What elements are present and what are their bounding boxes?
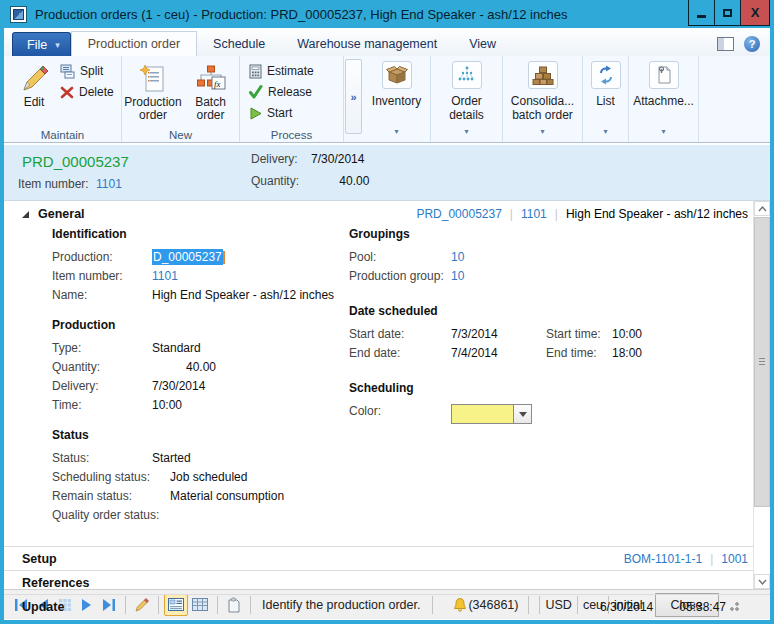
pencil-icon: [19, 62, 49, 96]
close-window-button[interactable]: X: [740, 0, 770, 26]
group-groupings: Groupings Pool: 10 Production group: 10: [349, 227, 746, 286]
maximize-icon: [723, 9, 732, 17]
end-time-label: End time:: [546, 344, 612, 363]
start-date-label: Start date:: [349, 325, 451, 344]
group-label-new: New: [122, 129, 239, 141]
scroll-down-icon[interactable]: [754, 574, 770, 589]
end-time-field[interactable]: 18:00: [612, 344, 707, 363]
group-label-process: Process: [240, 129, 343, 141]
fasttab-general-title: General: [38, 207, 85, 221]
maximize-button[interactable]: [714, 0, 741, 26]
fasttab-setup-header[interactable]: Setup BOM-1101-1-1 | 1001: [4, 546, 770, 570]
scheduling-status-field: Job scheduled: [170, 468, 247, 487]
end-date-field[interactable]: 7/4/2014: [451, 344, 546, 363]
production-orders-window: Production orders (1 - ceu) - Production…: [0, 0, 774, 624]
ribbon-tab-bar: File ▾ Production order Schedule Warehou…: [4, 28, 770, 56]
time-field[interactable]: 10:00: [152, 396, 182, 415]
color-field: [451, 404, 513, 424]
delete-button[interactable]: Delete: [60, 83, 114, 101]
ribbon-group-new: Production order fx Batch order New: [122, 56, 240, 142]
group-date-scheduled: Date scheduled Start date: 7/3/2014 Star…: [349, 304, 746, 363]
attachment-document-icon: [654, 65, 674, 85]
group-production-title: Production: [52, 318, 349, 332]
status-label: Status:: [52, 449, 152, 468]
delivery-field[interactable]: 7/30/2014: [152, 377, 205, 396]
green-check-icon: [248, 84, 264, 100]
remain-status-field: Material consumption: [170, 487, 284, 506]
quantity-field[interactable]: 40.00: [152, 358, 216, 377]
release-button[interactable]: Release: [248, 83, 339, 101]
quality-order-status-label: Quality order status:: [52, 506, 182, 525]
help-icon[interactable]: ?: [744, 36, 760, 52]
text-caret: [223, 251, 225, 264]
group-scheduling: Scheduling Color:: [349, 381, 746, 424]
form-content: General PRD_00005237 | 1101 | High End S…: [4, 200, 770, 589]
fasttab-references-header[interactable]: References: [4, 570, 770, 594]
color-label: Color:: [349, 402, 451, 424]
production-group-field[interactable]: 10: [451, 267, 464, 286]
split-button[interactable]: Split: [60, 62, 114, 80]
tab-view[interactable]: View: [453, 31, 512, 56]
summary-production-link[interactable]: PRD_00005237: [416, 207, 501, 221]
edit-button[interactable]: Edit: [8, 60, 60, 126]
consolidated-batch-order-icon: [532, 65, 554, 85]
collapse-triangle-icon: [22, 211, 29, 218]
batch-order-icon: fx: [195, 62, 227, 96]
minimize-button[interactable]: [688, 0, 715, 26]
scroll-up-icon[interactable]: [754, 201, 770, 216]
record-id: PRD_00005237: [22, 153, 129, 170]
list-button[interactable]: List ▾: [583, 56, 629, 142]
item-number-link[interactable]: 1101: [96, 177, 122, 191]
window-layout-icon[interactable]: [717, 37, 734, 51]
start-time-label: Start time:: [546, 325, 612, 344]
summary-item-link[interactable]: 1101: [521, 207, 547, 221]
combo-dropdown-button[interactable]: [513, 404, 532, 424]
setup-bom-link[interactable]: BOM-1101-1-1: [624, 552, 702, 566]
consolidated-batch-order-button[interactable]: Consolida... batch order ▾: [503, 56, 583, 142]
group-label-maintain: Maintain: [4, 129, 121, 141]
fasttab-general-body: Identification Production: D_00005237 It…: [4, 223, 770, 546]
time-label: Time:: [52, 396, 152, 415]
remain-status-label: Remain status:: [52, 487, 170, 506]
delivery-label: Delivery:: [251, 152, 298, 166]
type-field[interactable]: Standard: [152, 339, 201, 358]
fasttab-general-header[interactable]: General PRD_00005237 | 1101 | High End S…: [4, 201, 770, 223]
production-label: Production:: [52, 248, 152, 267]
calculator-icon: [248, 64, 263, 79]
order-details-button[interactable]: Order details ▾: [431, 56, 503, 142]
start-date-field[interactable]: 7/3/2014: [451, 325, 546, 344]
file-menu-button[interactable]: File ▾: [12, 32, 71, 56]
new-production-order-icon: [138, 62, 168, 96]
scrollbar-thumb[interactable]: [754, 217, 770, 507]
name-field[interactable]: High End Speaker - ash/12 inches: [152, 286, 334, 305]
start-button[interactable]: Start: [248, 104, 339, 122]
item-number-field[interactable]: 1101: [152, 267, 178, 286]
delete-x-icon: [60, 85, 75, 100]
status-field: Started: [152, 449, 191, 468]
pool-field[interactable]: 10: [451, 248, 464, 267]
attachments-button[interactable]: Attachme... ▾: [629, 56, 699, 142]
vertical-scrollbar[interactable]: [753, 201, 770, 589]
production-order-button[interactable]: Production order: [126, 60, 180, 126]
tab-schedule[interactable]: Schedule: [197, 31, 281, 56]
estimate-button[interactable]: Estimate: [248, 62, 339, 80]
color-combobox[interactable]: [451, 404, 532, 424]
setup-route-link[interactable]: 1001: [721, 552, 748, 566]
start-time-field[interactable]: 10:00: [612, 325, 707, 344]
batch-order-button[interactable]: fx Batch order: [186, 60, 235, 126]
item-number-label: Item number:: [18, 177, 89, 191]
chevron-down-icon: ▾: [629, 125, 698, 139]
chevron-down-icon: ▾: [55, 40, 60, 50]
fasttab-update-header[interactable]: Update 6/30/2014 05:38:47: [4, 594, 770, 618]
quantity-value: 40.00: [312, 174, 369, 188]
tab-warehouse-management[interactable]: Warehouse management: [281, 31, 453, 56]
summary-item-name: High End Speaker - ash/12 inches: [566, 207, 748, 221]
scheduling-status-label: Scheduling status:: [52, 468, 170, 487]
fasttab-references-title: References: [22, 576, 89, 590]
end-date-label: End date:: [349, 344, 451, 363]
inventory-button[interactable]: Inventory ▾: [363, 56, 431, 142]
window-title: Production orders (1 - ceu) - Production…: [35, 7, 568, 22]
ribbon-overflow-button[interactable]: »: [345, 59, 362, 134]
production-field[interactable]: D_00005237: [152, 248, 225, 267]
tab-production-order[interactable]: Production order: [71, 31, 197, 56]
